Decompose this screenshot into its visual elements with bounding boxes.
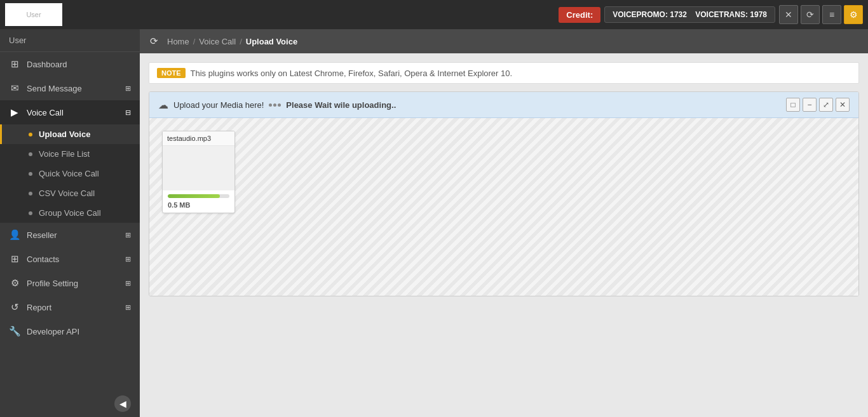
sidebar-item-dashboard[interactable]: ⊞ Dashboard [0, 52, 140, 76]
sidebar-dashboard-label: Dashboard [27, 60, 67, 69]
collapse-button[interactable]: ◀ [114, 395, 131, 412]
quick-voice-call-label: Quick Voice Call [39, 169, 99, 178]
panel-ctrl-square[interactable]: □ [786, 98, 800, 112]
file-card-preview [163, 146, 234, 190]
reseller-icon: 👤 [9, 229, 20, 241]
sidebar-collapse-area: ◀ [0, 390, 140, 417]
sidebar-voice-call-label: Voice Call [27, 108, 64, 117]
file-card-size: 0.5 MB [163, 199, 234, 213]
file-card-progress-bar [168, 194, 220, 198]
waiting-animation [269, 103, 281, 107]
submenu-upload-voice[interactable]: Upload Voice [0, 124, 140, 144]
sidebar-contacts-label: Contacts [27, 255, 59, 264]
sidebar-item-developer-api[interactable]: 🔧 Developer API [0, 319, 140, 343]
upload-header-text: Upload your Media here! [173, 100, 264, 110]
file-card-progress-container [168, 194, 229, 198]
voicetrans-label: VOICETRANS: [695, 10, 748, 19]
sidebar-item-voice-call[interactable]: ▶ Voice Call ⊟ [0, 100, 140, 124]
credit-info: VOICEPROMO: 1732 VOICETRANS: 1978 [604, 6, 775, 23]
report-icon: ↺ [9, 301, 20, 313]
submenu-group-voice-call[interactable]: Group Voice Call [0, 203, 140, 223]
upload-panel-controls: □ − ⤢ ✕ [786, 98, 850, 112]
main-layout: User ⊞ Dashboard ✉ Send Message ⊞ ▶ Voic… [0, 29, 868, 417]
breadcrumb-current: Upload Voice [246, 37, 297, 46]
topbar-icons: ✕ ⟳ ≡ ⚙ [779, 5, 863, 24]
developer-api-icon: 🔧 [9, 326, 20, 337]
send-message-expand-icon: ⊞ [125, 84, 131, 93]
reseller-expand-icon: ⊞ [125, 231, 131, 239]
content-area: ⟳ Home / Voice Call / Upload Voice NOTE … [140, 29, 868, 417]
sidebar-item-profile-setting[interactable]: ⚙ Profile Setting ⊞ [0, 271, 140, 295]
file-size-value: 0.5 [168, 201, 177, 209]
topbar: User Credit: VOICEPROMO: 1732 VOICETRANS… [0, 0, 868, 29]
gear-icon-btn[interactable]: ⚙ [844, 5, 863, 24]
upload-dropzone[interactable]: testaudio.mp3 0.5 MB [149, 118, 858, 296]
sidebar-item-report[interactable]: ↺ Report ⊞ [0, 295, 140, 319]
sidebar-item-reseller[interactable]: 👤 Reseller ⊞ [0, 223, 140, 247]
file-size-unit: MB [179, 201, 190, 209]
file-card: testaudio.mp3 0.5 MB [162, 131, 235, 213]
page-content: NOTE This plugins works only on Latest C… [140, 53, 868, 417]
upload-voice-label: Upload Voice [39, 129, 90, 139]
sidebar-developer-api-label: Developer API [27, 327, 79, 336]
upload-panel: ☁ Upload your Media here! Please Wait wi… [149, 91, 859, 296]
sidebar-report-label: Report [27, 303, 51, 312]
voicetrans-value: 1978 [750, 10, 767, 19]
voicepromo-value: 1732 [670, 10, 687, 19]
voice-call-submenu: Upload Voice Voice File List Quick Voice… [0, 124, 140, 223]
close-icon-btn[interactable]: ✕ [779, 5, 798, 24]
note-text: This plugins works only on Latest Chrome… [191, 69, 513, 78]
sidebar-profile-setting-label: Profile Setting [27, 279, 78, 288]
panel-ctrl-expand[interactable]: ⤢ [819, 98, 833, 112]
sidebar: User ⊞ Dashboard ✉ Send Message ⊞ ▶ Voic… [0, 29, 140, 417]
refresh-icon[interactable]: ⟳ [150, 36, 158, 47]
submenu-voice-file-list[interactable]: Voice File List [0, 144, 140, 164]
voice-call-expand-icon: ⊟ [125, 109, 131, 117]
breadcrumb-voice-call[interactable]: Voice Call [199, 37, 236, 46]
panel-ctrl-minimize[interactable]: − [803, 98, 817, 112]
voicepromo-label: VOICEPROMO: [613, 10, 668, 19]
voice-call-icon: ▶ [9, 107, 20, 118]
contacts-icon: ⊞ [9, 253, 20, 265]
sidebar-user-label: User [0, 29, 140, 52]
sidebar-reseller-label: Reseller [27, 230, 57, 240]
menu-icon-btn[interactable]: ≡ [822, 5, 841, 24]
dashboard-icon: ⊞ [9, 58, 20, 70]
send-message-icon: ✉ [9, 83, 20, 94]
panel-ctrl-close[interactable]: ✕ [836, 98, 850, 112]
sidebar-send-message-label: Send Message [27, 84, 82, 93]
breadcrumb-sep-2: / [240, 37, 242, 46]
upload-panel-header-left: ☁ Upload your Media here! Please Wait wi… [158, 99, 396, 111]
csv-voice-call-label: CSV Voice Call [39, 189, 95, 198]
submenu-quick-voice-call[interactable]: Quick Voice Call [0, 164, 140, 183]
file-card-name: testaudio.mp3 [163, 131, 234, 146]
topbar-right: Credit: VOICEPROMO: 1732 VOICETRANS: 197… [559, 5, 863, 24]
group-voice-call-label: Group Voice Call [39, 208, 101, 218]
credit-button[interactable]: Credit: [559, 7, 600, 23]
submenu-csv-voice-call[interactable]: CSV Voice Call [0, 183, 140, 203]
logo: User [5, 3, 62, 26]
contacts-expand-icon: ⊞ [125, 255, 131, 263]
breadcrumb-home[interactable]: Home [167, 37, 189, 46]
profile-setting-icon: ⚙ [9, 277, 20, 289]
sidebar-item-contacts[interactable]: ⊞ Contacts ⊞ [0, 247, 140, 271]
reload-icon-btn[interactable]: ⟳ [801, 5, 820, 24]
note-badge: NOTE [157, 68, 186, 78]
report-expand-icon: ⊞ [125, 303, 131, 312]
breadcrumb-sep-1: / [193, 37, 196, 46]
breadcrumb-bar: ⟳ Home / Voice Call / Upload Voice [140, 29, 868, 53]
upload-panel-header: ☁ Upload your Media here! Please Wait wi… [149, 92, 858, 118]
profile-setting-expand-icon: ⊞ [125, 279, 131, 288]
uploading-text: Please Wait wile uploading.. [286, 100, 396, 110]
voice-file-list-label: Voice File List [39, 149, 90, 159]
cloud-upload-icon: ☁ [158, 99, 168, 111]
note-bar: NOTE This plugins works only on Latest C… [149, 62, 859, 84]
sidebar-item-send-message[interactable]: ✉ Send Message ⊞ [0, 76, 140, 100]
